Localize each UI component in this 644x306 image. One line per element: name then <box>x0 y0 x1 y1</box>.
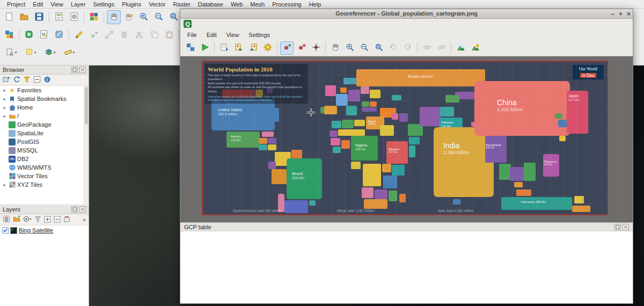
filter-legend-icon[interactable] <box>34 216 41 224</box>
browser-item-postgis[interactable]: PostGIS <box>0 137 89 146</box>
vertex-tool-button[interactable] <box>102 28 116 42</box>
local-histogram-stretch-button[interactable] <box>469 41 482 55</box>
close-button[interactable]: × <box>627 10 631 18</box>
start-georeferencing-button[interactable] <box>198 41 211 55</box>
paste-features-button[interactable] <box>162 28 176 42</box>
full-histogram-stretch-button[interactable] <box>454 41 467 55</box>
identify-features-button[interactable]: ▾ <box>2 46 20 60</box>
transformation-settings-button[interactable] <box>261 41 274 55</box>
manage-themes-icon[interactable] <box>23 215 32 224</box>
layers-float-button[interactable] <box>71 206 78 213</box>
new-project-button[interactable] <box>2 10 16 24</box>
expand-arrow-icon[interactable]: ▸ <box>2 183 7 187</box>
add-group-icon[interactable] <box>13 215 20 224</box>
layer-checkbox[interactable] <box>2 227 9 234</box>
expand-arrow-icon[interactable]: ▸ <box>2 105 7 110</box>
browser-filter-icon[interactable] <box>23 76 31 84</box>
layers-close-button[interactable] <box>79 206 86 213</box>
layer-item-bing-satellite[interactable]: Bing Satellite <box>0 225 89 235</box>
menu-layer[interactable]: Layer <box>67 1 90 8</box>
menu-raster[interactable]: Raster <box>169 1 194 8</box>
link-qgis-to-georeferencer-button[interactable] <box>435 41 448 55</box>
new-shapefile-layer-button[interactable]: V <box>37 28 51 42</box>
browser-item-spatial-bookmarks[interactable]: ▸Spatial Bookmarks <box>0 94 89 103</box>
layer-styling-icon[interactable] <box>3 215 10 224</box>
open-raster-button[interactable] <box>184 41 197 55</box>
new-spatialite-layer-button[interactable] <box>52 28 66 42</box>
save-project-button[interactable] <box>32 10 46 24</box>
menu-mesh[interactable]: Mesh <box>246 1 268 8</box>
zoom-full-button[interactable] <box>167 10 181 24</box>
maximize-button[interactable]: + <box>619 10 623 18</box>
browser-item-favorites[interactable]: ▸★Favorites <box>0 86 89 94</box>
browser-refresh-icon[interactable] <box>13 76 20 84</box>
link-georeferencer-to-qgis-button[interactable] <box>420 41 434 55</box>
delete-point-button[interactable] <box>295 41 308 55</box>
geo-zoom-out-button[interactable] <box>357 41 371 55</box>
geo-zoom-last-button[interactable] <box>386 41 400 55</box>
menu-plugins[interactable]: Plugins <box>118 1 145 8</box>
select-features-button[interactable]: ▾ <box>21 46 40 60</box>
browser-collapse-icon[interactable] <box>33 76 41 84</box>
geo-zoom-to-layer-button[interactable] <box>372 41 385 55</box>
expand-arrow-icon[interactable]: ▸ <box>2 114 7 119</box>
browser-item-spatialite[interactable]: SpatiaLite <box>0 129 89 137</box>
geo-zoom-in-button[interactable] <box>343 41 356 55</box>
measure-button[interactable]: ▾ <box>60 46 78 60</box>
browser-item-geopackage[interactable]: GeoPackage <box>0 120 89 129</box>
zoom-out-button[interactable] <box>152 10 166 24</box>
add-layer-button[interactable]: ▾ <box>41 46 59 60</box>
remove-layer-icon[interactable] <box>63 216 70 224</box>
browser-item-root[interactable]: ▸/ <box>0 112 89 120</box>
browser-item-wms[interactable]: WMS/WMTS <box>0 163 89 172</box>
menu-help[interactable]: Help <box>305 1 325 8</box>
new-geopackage-layer-button[interactable] <box>22 28 36 42</box>
gcp-close-button[interactable] <box>623 224 629 230</box>
pan-to-selection-button[interactable] <box>122 10 136 24</box>
menu-edit[interactable]: Edit <box>29 1 47 8</box>
browser-item-home[interactable]: ▸Home <box>0 103 89 112</box>
minimize-button[interactable]: – <box>611 10 614 18</box>
browser-item-db2[interactable]: DB2DB2 <box>0 155 89 163</box>
add-feature-button[interactable] <box>87 28 101 42</box>
browser-float-button[interactable] <box>71 67 78 73</box>
browser-close-button[interactable] <box>79 67 86 73</box>
browser-item-vector-tiles[interactable]: Vector Tiles <box>0 172 89 180</box>
expand-arrow-icon[interactable]: ▸ <box>2 97 7 101</box>
menu-view[interactable]: View <box>47 1 67 8</box>
geo-menu-edit[interactable]: Edit <box>202 32 222 38</box>
new-print-layout-button[interactable] <box>52 10 66 24</box>
browser-item-xyz-tiles[interactable]: ▸XYZ Tiles <box>0 180 89 189</box>
copy-features-button[interactable] <box>147 28 161 42</box>
save-gcp-points-button[interactable] <box>246 41 260 55</box>
generate-gdal-script-button[interactable] <box>217 41 231 55</box>
menu-database[interactable]: Database <box>194 1 227 8</box>
pan-map-button[interactable] <box>107 10 121 24</box>
menu-project[interactable]: Project <box>3 1 29 8</box>
browser-item-mssql[interactable]: MSSQL <box>0 146 89 155</box>
menu-settings[interactable]: Settings <box>89 1 118 8</box>
menu-web[interactable]: Web <box>227 1 246 8</box>
cartogram-image[interactable]: United States326.8 million Mexico130.8m … <box>202 61 608 215</box>
datasource-manager-button[interactable] <box>2 28 16 42</box>
geo-pan-button[interactable] <box>328 41 342 55</box>
open-project-button[interactable] <box>17 10 31 24</box>
menu-vector[interactable]: Vector <box>145 1 169 8</box>
add-point-button[interactable] <box>280 41 294 55</box>
load-gcp-points-button[interactable] <box>232 41 245 55</box>
collapse-all-icon[interactable] <box>54 216 61 224</box>
expand-arrow-icon[interactable]: ▸ <box>2 88 7 93</box>
style-manager-button[interactable] <box>87 10 101 24</box>
expand-all-icon[interactable] <box>44 216 51 224</box>
geo-menu-settings[interactable]: Settings <box>244 32 275 38</box>
delete-selected-button[interactable] <box>117 28 131 42</box>
georeferencer-canvas[interactable]: United States326.8 million Mexico130.8m … <box>180 56 633 222</box>
browser-scrollbar[interactable] <box>84 86 89 204</box>
browser-add-layer-icon[interactable] <box>3 76 10 84</box>
geo-menu-view[interactable]: View <box>222 32 244 38</box>
gcp-float-button[interactable] <box>614 224 621 230</box>
move-point-button[interactable] <box>309 41 323 55</box>
menu-processing[interactable]: Processing <box>268 1 305 8</box>
toggle-editing-button[interactable] <box>72 28 86 42</box>
georeferencer-titlebar[interactable]: Georeferencer - Global_population_cartog… <box>180 9 633 19</box>
